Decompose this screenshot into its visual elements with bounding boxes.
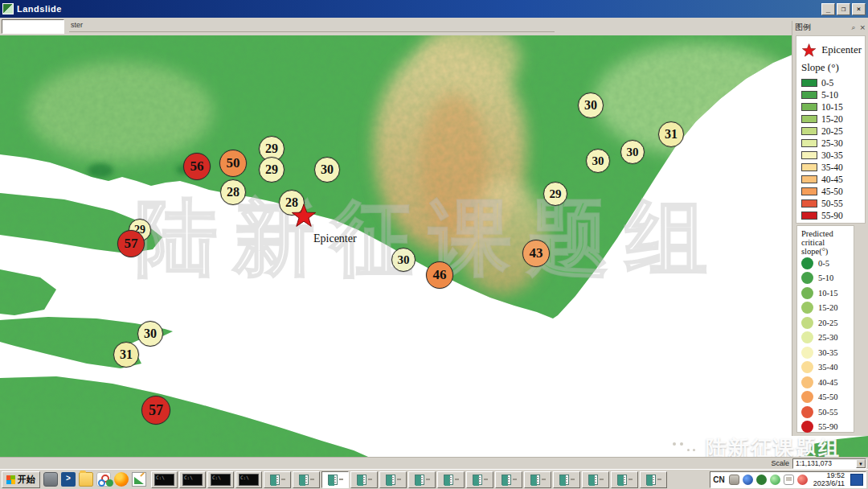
document-task-button[interactable]	[611, 471, 638, 488]
toolbar-combo-box[interactable]	[2, 19, 64, 34]
title-bar: Landslide _ ❐ ×	[0, 0, 868, 18]
class-range-label: 10-15	[821, 102, 843, 112]
document-task-button[interactable]	[408, 471, 436, 488]
blocked-icon[interactable]	[797, 475, 808, 485]
flag-icon[interactable]	[784, 475, 794, 485]
legend-class-row: 40-45	[801, 375, 852, 390]
slope-value-marker[interactable]: 30	[137, 321, 163, 347]
map-canvas[interactable]: 陆新征课题组 565029293028282957303157304643303…	[0, 35, 868, 457]
minimize-button[interactable]: _	[821, 3, 835, 15]
scale-dropdown-icon[interactable]: ▼	[856, 459, 866, 468]
map-document-icon	[530, 475, 540, 485]
firefox-icon[interactable]	[114, 472, 129, 487]
terminal-task-button[interactable]: C:\	[179, 471, 206, 488]
class-range-label: 40-45	[818, 378, 838, 387]
slope-value-marker[interactable]: 30	[620, 140, 645, 164]
slope-value-marker[interactable]: 46	[426, 261, 453, 289]
slope-value-marker[interactable]: 43	[522, 240, 550, 267]
ime-icon[interactable]	[850, 474, 863, 486]
document-task-button[interactable]	[582, 471, 609, 488]
legend-class-row: 35-40	[801, 161, 862, 173]
legend-star-icon	[801, 43, 817, 58]
class-range-label: 5-10	[818, 273, 833, 282]
task-button-label	[628, 479, 633, 480]
modeler-icon[interactable]	[96, 472, 111, 487]
pin-icon[interactable]: ⌕	[851, 23, 855, 32]
class-range-label: 25-30	[821, 138, 843, 148]
document-task-button[interactable]	[379, 471, 407, 488]
map-document-icon	[386, 475, 395, 485]
taskbar-clock[interactable]: 19:52 2023/6/11	[813, 471, 845, 487]
document-task-button[interactable]	[466, 471, 493, 488]
start-button[interactable]: 开始	[2, 471, 40, 488]
document-task-button[interactable]	[640, 471, 667, 488]
class-range-label: 55-90	[818, 422, 838, 431]
slope-value-marker[interactable]: 30	[391, 248, 416, 272]
close-panel-icon[interactable]: ×	[859, 23, 866, 31]
legend-class-row: 0-5	[801, 76, 862, 88]
terminal-icon: C:\	[211, 474, 231, 486]
class-range-label: 0-5	[818, 259, 829, 268]
class-range-label: 5-10	[821, 90, 838, 100]
chart-icon[interactable]	[132, 472, 146, 487]
scale-combo[interactable]: 1:1,131,073 ▼	[792, 458, 866, 469]
legend-class-row: 20-25	[801, 315, 852, 331]
slope-value-marker[interactable]: 57	[117, 230, 145, 257]
window-title: Landslide	[17, 4, 62, 14]
folder-icon[interactable]	[79, 472, 93, 487]
slope-value-marker[interactable]: 28	[220, 179, 246, 205]
task-button-label	[426, 479, 430, 480]
map-document-icon	[617, 475, 627, 485]
slope-value-marker[interactable]: 57	[141, 396, 170, 425]
legend-class-row: 55-90	[801, 209, 862, 221]
document-task-button[interactable]	[321, 471, 349, 488]
slope-value-marker[interactable]: 30	[586, 149, 610, 173]
toolbar-divider	[69, 31, 555, 32]
legend-class-row: 50-55	[801, 405, 852, 420]
slope-value-marker[interactable]: 50	[219, 150, 247, 177]
document-task-button[interactable]	[293, 471, 320, 488]
update-icon[interactable]	[756, 475, 767, 485]
task-button-label	[368, 479, 372, 480]
document-task-button[interactable]	[553, 471, 580, 488]
close-button[interactable]: ×	[852, 3, 866, 15]
critical-class-list: 0-55-1010-1515-2020-2525-3030-3535-4040-…	[801, 256, 852, 434]
task-button-label	[310, 479, 314, 480]
device-icon[interactable]	[43, 472, 58, 487]
restore-button[interactable]: ❐	[837, 3, 850, 15]
class-range-label: 50-55	[818, 408, 838, 417]
document-task-button[interactable]	[524, 471, 551, 488]
powershell-icon[interactable]: >	[61, 472, 76, 487]
slope-value-marker[interactable]: 31	[113, 342, 139, 368]
map-document-icon	[473, 475, 482, 485]
class-range-label: 20-25	[821, 126, 843, 136]
document-task-button[interactable]	[437, 471, 465, 488]
network-icon[interactable]	[743, 475, 753, 485]
green-status-icon[interactable]	[770, 475, 780, 485]
slope-value-marker[interactable]: 31	[658, 121, 684, 147]
class-color-swatch	[801, 151, 817, 159]
language-indicator[interactable]: CN	[713, 475, 724, 484]
slope-value-marker[interactable]: 56	[183, 153, 211, 180]
tray-icon-area	[729, 475, 808, 485]
task-button-label	[542, 479, 546, 480]
terminal-task-button[interactable]: C:\	[151, 471, 178, 488]
document-task-button[interactable]	[495, 471, 522, 488]
class-range-label: 10-15	[818, 289, 838, 298]
class-color-swatch	[801, 257, 813, 269]
slope-value-marker[interactable]: 30	[314, 157, 340, 183]
terminal-task-button[interactable]: C:\	[207, 471, 234, 488]
legend-class-row: 30-35	[801, 149, 862, 161]
slope-value-marker[interactable]: 29	[543, 182, 567, 206]
slope-legend-panel: Epicenter Slope (°) 0-55-1010-1515-2020-…	[796, 35, 866, 224]
printer-icon[interactable]	[729, 475, 739, 485]
taskbar: 开始 > C:\C:\C:\C:\ CN 19:52 2023/6/11	[0, 469, 868, 489]
legend-dock-header[interactable]: 图例 ⌕ ×	[792, 21, 868, 34]
slope-value-marker[interactable]: 30	[578, 92, 604, 118]
terminal-task-button[interactable]: C:\	[235, 471, 262, 488]
slope-value-marker[interactable]: 29	[259, 157, 285, 183]
document-task-button[interactable]	[350, 471, 378, 488]
document-task-button[interactable]	[264, 471, 291, 488]
class-color-swatch	[801, 79, 817, 87]
legend-class-row: 5-10	[801, 271, 852, 286]
